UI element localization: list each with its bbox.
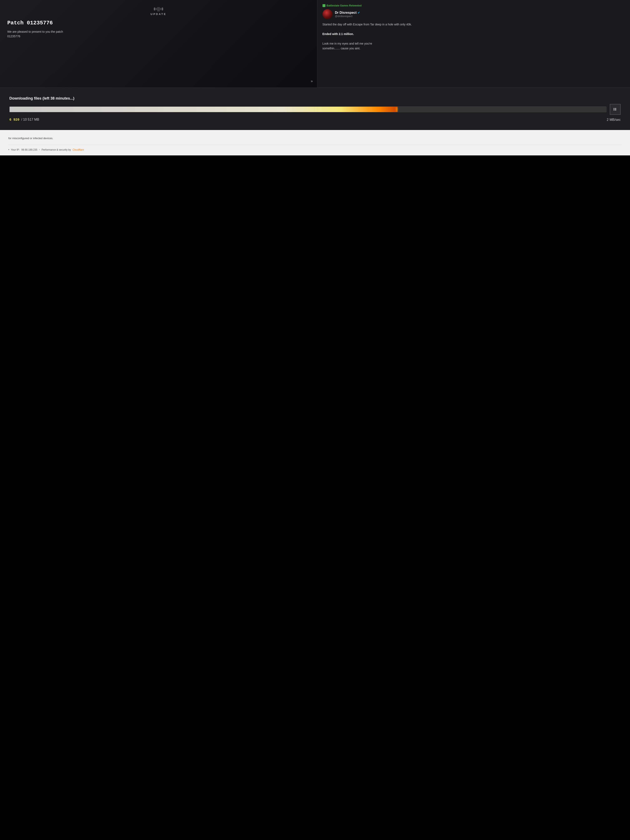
pause-button[interactable]: II	[610, 104, 621, 115]
patch-title: Patch 01235776	[7, 20, 310, 26]
progress-container: II	[9, 104, 621, 115]
read-more-button[interactable]: »	[311, 79, 313, 83]
user-info: Dr Disrespect ✔ @drdisrespect	[335, 11, 360, 18]
download-speed: 2 MB/sec	[607, 118, 621, 122]
bottom-dark	[0, 155, 630, 197]
retweet-label: Battlestate Games Retweeted	[322, 4, 625, 7]
footer-dot1: •	[8, 148, 9, 151]
progress-bar-wrapper	[9, 106, 606, 112]
tweet-user-row: Dr Disrespect ✔ @drdisrespect	[322, 9, 625, 19]
verified-icon: ✔	[357, 11, 360, 14]
tweet-line1: Started the day off with Escape from Tar	[322, 23, 374, 26]
file-total: / 10 517 MB	[20, 118, 39, 121]
ip-label: Your IP:	[11, 148, 20, 151]
patch-panel: ⇇||⇉ UPDATE Patch 01235776 We are please…	[0, 0, 317, 87]
update-header: ⇇||⇉ UPDATE	[7, 6, 310, 16]
tweet-line2: deep in a hole with only 40k.	[375, 23, 412, 26]
download-section: Downloading files (left 38 minutes...) I…	[0, 87, 630, 130]
browser-section: for misconfigured or infected devices. •…	[0, 130, 630, 155]
display-name-text: Dr Disrespect	[335, 11, 357, 14]
file-progress: 6 920 / 10 517 MB	[9, 118, 39, 122]
download-status: Downloading files (left 38 minutes...)	[9, 96, 621, 101]
tweet-text: Started the day off with Escape from Tar…	[322, 22, 625, 51]
pause-icon: II	[614, 107, 617, 112]
tweet-highlight: Ended with 2.1 million.	[322, 32, 354, 36]
ip-address: 99.90.189.235	[21, 148, 37, 151]
patch-description-line2: 01235776	[7, 35, 20, 38]
download-stats: 6 920 / 10 517 MB 2 MB/sec	[9, 118, 621, 122]
avatar-image	[322, 9, 333, 19]
social-panel: Battlestate Games Retweeted Dr Disrespec…	[317, 0, 630, 87]
file-current: 6 920	[9, 118, 19, 122]
retweet-icon	[322, 4, 325, 7]
username: @drdisrespect	[335, 14, 360, 18]
security-text: Performance & security by	[41, 148, 71, 151]
update-arrows-icon: ⇇||⇉	[153, 6, 163, 12]
patch-description-line1: We are pleased to present to you the pat…	[7, 30, 63, 33]
footer-row: • Your IP: 99.90.189.235 • Performance &…	[8, 148, 622, 151]
retweet-label-text: Battlestate Games Retweeted	[327, 4, 362, 7]
display-name: Dr Disrespect ✔	[335, 11, 360, 14]
patch-description: We are pleased to present to you the pat…	[7, 29, 310, 39]
update-label: UPDATE	[151, 13, 166, 16]
browser-footer-text: for misconfigured or infected devices.	[8, 136, 622, 141]
avatar	[322, 9, 333, 19]
progress-bar-fill	[9, 107, 398, 112]
tweet-line5: somethin....... cause you aint.	[322, 47, 360, 50]
tweet-line4: Look me in my eyes and tell me you're	[322, 42, 372, 45]
divider	[8, 145, 622, 145]
launcher-section: ⇇||⇉ UPDATE Patch 01235776 We are please…	[0, 0, 630, 87]
cloudflare-link[interactable]: Cloudflare	[73, 148, 84, 151]
footer-separator: •	[39, 148, 40, 151]
